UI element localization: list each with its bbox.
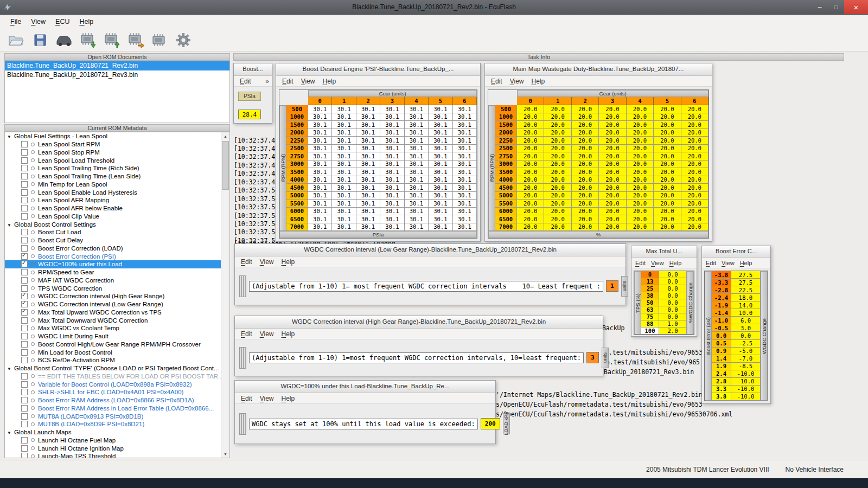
map-cell[interactable]: 20.0 <box>654 160 681 169</box>
map-cell[interactable]: 20.0 <box>517 200 544 208</box>
item-checkbox[interactable] <box>21 245 28 252</box>
map-cell[interactable]: 30.1 <box>308 208 332 216</box>
map-cell[interactable]: 30.1 <box>429 137 452 145</box>
tree-item[interactable]: MUT8B (LOAD=0x8D9F PSI=0x8D21) <box>5 420 221 428</box>
map-cell[interactable]: 0.0 <box>659 285 687 292</box>
map-cell[interactable]: 20.0 <box>572 200 599 208</box>
scroll-down-icon[interactable] <box>221 450 229 458</box>
item-checkbox[interactable] <box>21 325 28 331</box>
map-cell[interactable]: 20.0 <box>654 137 681 145</box>
map-cell[interactable]: -10.0 <box>731 378 761 386</box>
map-cell[interactable]: 14.0 <box>731 301 761 309</box>
map-cell[interactable]: 20.0 <box>681 137 709 145</box>
value-cell[interactable]: 3 <box>586 352 599 363</box>
map-cell[interactable]: 30.1 <box>429 223 452 232</box>
map-cell[interactable]: 20.0 <box>572 160 599 169</box>
map-cell[interactable]: 20.0 <box>681 152 709 160</box>
menu-help[interactable]: Help <box>279 258 298 266</box>
tree-item[interactable]: Max Total Downward WGDC Correction <box>5 316 221 324</box>
tree-item[interactable]: Lean Spool Trailing Time (Lean Side) <box>5 172 221 181</box>
item-checkbox[interactable] <box>21 229 28 235</box>
column-header[interactable]: 2 <box>356 97 380 105</box>
write-ecu-chip-icon[interactable] <box>102 30 122 50</box>
map-cell[interactable]: 30.1 <box>380 215 404 223</box>
menu-help[interactable]: Help <box>667 259 685 267</box>
map-cell[interactable]: -8.5 <box>731 363 761 370</box>
row-header[interactable]: 0.0 <box>712 332 731 339</box>
map-cell[interactable]: 30.1 <box>356 215 380 223</box>
tree-item[interactable]: Lean Spool Enable Load Hysteresis <box>5 188 221 196</box>
tree-item[interactable]: WGDC Correction interval (Low Gear Range… <box>5 300 221 309</box>
row-header[interactable]: 2000 <box>286 129 308 137</box>
boost-error-correction-window[interactable]: Boost Error C... EditViewHelp Boost Erro… <box>701 246 771 404</box>
item-checkbox[interactable] <box>21 437 28 444</box>
menu-edit[interactable]: Edit <box>488 77 505 86</box>
collapse-arrow-icon[interactable] <box>7 133 14 139</box>
row-header[interactable]: 6500 <box>495 215 517 223</box>
map-cell[interactable]: 30.1 <box>453 200 477 208</box>
scroll-up-icon[interactable] <box>221 132 229 140</box>
map-cell[interactable]: 20.0 <box>599 145 626 153</box>
menu-view[interactable]: View <box>648 259 667 267</box>
memory-chip-icon[interactable] <box>150 30 169 50</box>
map-cell[interactable]: 20.0 <box>572 184 599 192</box>
map-cell[interactable]: 20.0 <box>572 105 599 113</box>
column-header[interactable]: 2 <box>572 97 599 105</box>
drag-handle[interactable] <box>239 413 246 435</box>
item-checkbox[interactable] <box>21 205 28 211</box>
map-cell[interactable]: 30.1 <box>405 223 429 232</box>
row-header[interactable]: 63 <box>641 306 659 313</box>
row-header[interactable]: 5500 <box>495 200 517 208</box>
tree-item[interactable]: == EDIT THE TABLES BELOW FOR LOAD OR PSI… <box>5 373 221 381</box>
map-cell[interactable]: -10.0 <box>731 370 761 378</box>
tree-item[interactable]: Max WGDC vs Coolant Temp <box>5 324 221 332</box>
map-cell[interactable]: 30.1 <box>332 184 356 192</box>
row-header[interactable]: 2.8 <box>712 378 731 386</box>
map-cell[interactable]: 30.1 <box>429 105 452 113</box>
map-cell[interactable]: 20.0 <box>517 160 544 169</box>
row-header[interactable]: -3.3 <box>712 279 731 286</box>
column-header[interactable]: 6 <box>681 97 709 105</box>
row-header[interactable]: 0.9 <box>712 348 731 355</box>
map-cell[interactable]: 20.0 <box>654 192 681 200</box>
map-cell[interactable]: 20.0 <box>627 215 654 223</box>
item-checkbox[interactable] <box>21 237 28 243</box>
map-cell[interactable]: 30.1 <box>380 105 404 113</box>
map-cell[interactable]: 30.1 <box>380 184 404 192</box>
row-header[interactable]: -2.4 <box>712 294 731 301</box>
menu-edit[interactable]: Edit <box>633 259 648 267</box>
column-header[interactable]: 0 <box>308 97 332 105</box>
map-cell[interactable]: 20.0 <box>627 152 654 160</box>
map-cell[interactable]: 20.0 <box>599 137 626 145</box>
map-cell[interactable]: 30.1 <box>356 129 380 137</box>
map-cell[interactable]: 30.1 <box>356 160 380 169</box>
map-cell[interactable]: 30.1 <box>356 208 380 216</box>
tree-item[interactable]: SHLR->SHLL for EBC (LOAD=0x4A01 PSI=0x4A… <box>5 388 221 396</box>
column-header[interactable]: 3 <box>599 97 626 105</box>
item-checkbox[interactable] <box>21 317 28 324</box>
row-header[interactable]: 7000 <box>286 223 308 232</box>
map-cell[interactable]: 20.0 <box>572 113 599 121</box>
column-header[interactable]: 4 <box>405 97 429 105</box>
row-header[interactable]: -0.5 <box>712 324 731 332</box>
map-cell[interactable]: 20.0 <box>681 145 709 153</box>
map-cell[interactable]: 20.0 <box>572 215 599 223</box>
item-checkbox[interactable] <box>21 421 28 427</box>
menu-help[interactable]: Help <box>279 330 298 338</box>
map-cell[interactable]: 30.1 <box>380 121 404 129</box>
settings-gear-icon[interactable] <box>174 30 193 50</box>
map-cell[interactable]: 0.0 <box>731 332 761 339</box>
column-header[interactable]: 3 <box>380 97 404 105</box>
map-cell[interactable]: 20.0 <box>654 184 681 192</box>
map-cell[interactable]: 30.1 <box>332 105 356 113</box>
boost-desired-window[interactable]: Boost Desired Engine 'PSI'-Blackline.Tun… <box>276 63 481 242</box>
tree-item[interactable]: Boost Error RAM Address (LOAD=0x8866 PSI… <box>5 396 221 404</box>
map-cell[interactable]: 30.1 <box>332 215 356 223</box>
column-header[interactable]: 5 <box>429 97 452 105</box>
map-cell[interactable]: 30.1 <box>356 121 380 129</box>
map-cell[interactable]: 30.1 <box>405 184 429 192</box>
map-cell[interactable]: 30.1 <box>356 137 380 145</box>
map-cell[interactable]: 20.0 <box>681 129 709 137</box>
map-cell[interactable]: 30.1 <box>308 168 332 176</box>
map-cell[interactable]: 20.0 <box>627 184 654 192</box>
